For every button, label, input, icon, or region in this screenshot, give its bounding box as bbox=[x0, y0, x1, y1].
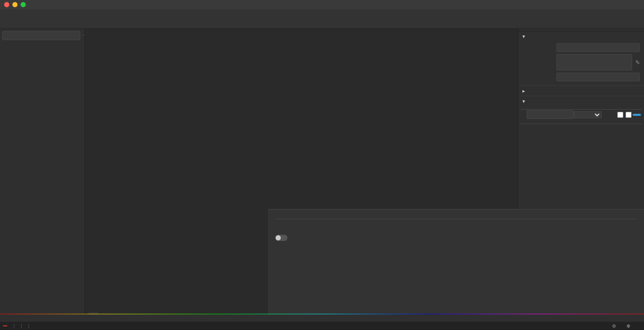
sidebar-filter-input[interactable] bbox=[2, 31, 80, 40]
window-controls bbox=[4, 2, 26, 7]
table-estsize-input[interactable] bbox=[556, 73, 640, 81]
canvas-statusbar bbox=[0, 315, 644, 322]
table-name-input[interactable] bbox=[556, 43, 640, 52]
zoom-out-icon[interactable]: ⊖ bbox=[612, 323, 616, 328]
lock-dimensions-toggle[interactable] bbox=[275, 235, 287, 241]
new-col-name-input[interactable] bbox=[527, 110, 574, 119]
close-window-button[interactable] bbox=[4, 2, 9, 7]
section-columns-header[interactable]: ▾ bbox=[518, 96, 644, 106]
unsaved-badge bbox=[3, 325, 7, 326]
bottom-panel bbox=[268, 209, 644, 315]
minimize-window-button[interactable] bbox=[12, 2, 18, 7]
toolbar bbox=[0, 9, 644, 29]
table-desc-input[interactable] bbox=[556, 54, 632, 71]
zoom-window-button[interactable] bbox=[21, 2, 26, 7]
add-column-button[interactable] bbox=[633, 114, 641, 116]
section-table-header[interactable]: ▾ bbox=[518, 31, 644, 41]
statusbar: | | | ⊖ ⊕ bbox=[0, 322, 644, 330]
sidebar: ⋯ ▭ bbox=[0, 29, 85, 315]
chevron-down-icon: ▾ bbox=[522, 98, 525, 104]
new-col-nn-checkbox[interactable] bbox=[625, 112, 632, 118]
chevron-down-icon: ▾ bbox=[522, 33, 525, 39]
zoom-in-icon[interactable]: ⊕ bbox=[626, 323, 631, 328]
section-specifics-header[interactable]: ▸ bbox=[518, 86, 644, 96]
titlebar bbox=[0, 0, 644, 9]
new-col-type-select[interactable] bbox=[574, 111, 602, 118]
edit-icon[interactable]: ✎ bbox=[635, 59, 640, 66]
chevron-right-icon: ▸ bbox=[522, 88, 525, 94]
new-col-pk-checkbox[interactable] bbox=[617, 112, 623, 118]
